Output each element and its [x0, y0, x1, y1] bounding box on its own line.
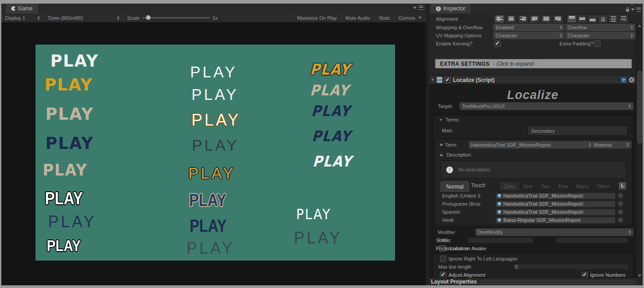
gizmos-button[interactable]: Gizmos	[394, 14, 426, 22]
plural-tab-few[interactable]: Few	[555, 182, 573, 190]
object-picker-icon[interactable]	[618, 210, 623, 214]
language-row: SpanishHandveticaTrial SDF_MissionReport	[435, 208, 632, 216]
display-dropdown-label: Display 1	[5, 15, 25, 21]
language-name: Hindi	[442, 217, 493, 223]
foldout-icon[interactable]: ▼	[431, 78, 435, 82]
align-flush-button[interactable]	[541, 15, 551, 23]
align-left-button[interactable]	[494, 15, 505, 23]
tab-normal[interactable]: Normal	[440, 181, 469, 192]
terms-foldout-icon[interactable]: ▼	[439, 118, 443, 122]
valign-capline-button[interactable]: AJ	[619, 15, 628, 23]
adjust-alignment-label: Adjust Alignment	[449, 272, 485, 278]
panel-menu-icon[interactable]	[419, 5, 423, 10]
panel-dropdown-icon[interactable]	[413, 7, 417, 9]
tab-game[interactable]: Game	[6, 4, 38, 14]
suffix-label: Suffix:	[436, 238, 449, 243]
lock-icon[interactable]	[626, 9, 629, 12]
material-dropdown[interactable]: Material	[591, 141, 632, 149]
resolution-dropdown[interactable]: Tizen (800x480)	[44, 14, 124, 22]
uv-dropdown-2[interactable]: Character	[565, 32, 636, 40]
mute-audio-button[interactable]: Mute Audio	[341, 14, 374, 22]
ignore-numbers-checkbox[interactable]: ✓	[582, 272, 588, 278]
align-justify-button[interactable]	[529, 15, 540, 23]
tab-main[interactable]: Main	[442, 128, 453, 133]
align-right-button[interactable]	[518, 15, 528, 23]
target-label: Target:	[438, 104, 453, 109]
play-text: PLAY	[312, 154, 353, 169]
inspector-scrollbar[interactable]	[636, 23, 642, 278]
gear-icon[interactable]	[629, 77, 635, 83]
tab-secondary-label: Secondary	[531, 128, 555, 134]
term-tabs-row: Normal Touch ZeroOneTwoFewManyOther L	[435, 181, 632, 191]
align-geometry-button[interactable]	[553, 15, 563, 23]
suffix-field[interactable]	[556, 237, 628, 243]
wrapping-label: Wrapping & Overflow	[436, 25, 483, 30]
valign-top-button[interactable]	[567, 15, 577, 23]
term-foldout-icon[interactable]: ▶	[440, 143, 443, 147]
language-l-button[interactable]: L	[618, 182, 626, 190]
kerning-label: Enable Kerning?	[436, 41, 472, 46]
font-object-field[interactable]: HandveticaTrial SDF_MissionReport	[495, 209, 616, 216]
display-dropdown[interactable]: Display 1	[1, 14, 44, 22]
help-icon[interactable]: ?	[621, 77, 626, 83]
ignore-rtl-checkbox[interactable]	[440, 256, 446, 262]
valign-bottom-button[interactable]	[588, 15, 597, 23]
play-text: PLAY	[310, 62, 351, 77]
scroll-down-icon[interactable]	[638, 274, 641, 277]
play-text: PLAY	[48, 214, 96, 230]
target-dropdown[interactable]: TextMeshPro UGUI	[459, 102, 634, 110]
extra-padding-checkbox[interactable]	[594, 40, 600, 47]
plural-tab-two[interactable]: Two	[537, 182, 554, 190]
play-text: PLAY	[310, 83, 350, 98]
font-object-field[interactable]: Baloo-Regular SDF_MissionReport	[495, 217, 616, 224]
layout-properties-bar[interactable]: Layout Properties	[429, 278, 636, 285]
plural-tab-zero[interactable]: Zero	[500, 182, 519, 190]
panel-divider[interactable]	[426, 4, 429, 285]
scrollbar-thumb[interactable]	[637, 71, 642, 144]
font-object-field[interactable]: HandveticaTrial SDF_MissionReport	[495, 193, 616, 199]
tab-secondary[interactable]: Secondary	[527, 126, 628, 136]
description-foldout-icon[interactable]: ▶	[440, 153, 443, 157]
plural-tab-other[interactable]: Other	[593, 182, 614, 190]
valign-baseline-button[interactable]: Aj	[598, 15, 608, 23]
object-picker-icon[interactable]	[618, 218, 623, 222]
play-text: PLAY	[45, 189, 83, 207]
prefix-field[interactable]	[467, 237, 533, 243]
inspector-menu-icon[interactable]	[636, 7, 641, 12]
adjust-alignment-checkbox[interactable]: ✓	[440, 272, 446, 278]
scale-slider[interactable]	[142, 17, 210, 18]
object-picker-icon[interactable]	[618, 194, 623, 198]
tab-touch[interactable]: Touch	[471, 182, 485, 189]
scale-slider-knob[interactable]	[146, 15, 151, 20]
kerning-checkbox[interactable]: ✓	[494, 40, 501, 47]
scroll-up-icon[interactable]	[638, 24, 641, 27]
wrapping-dropdown[interactable]: Enabled	[493, 23, 565, 32]
stats-button[interactable]: Stats	[374, 14, 394, 22]
object-picker-icon[interactable]	[618, 202, 623, 206]
component-enabled-checkbox[interactable]: ✓	[444, 77, 451, 83]
tab-inspector[interactable]: i Inspector	[431, 4, 471, 14]
valign-middle-button[interactable]	[577, 15, 587, 23]
inspector-dropdown-icon[interactable]	[631, 9, 635, 11]
extra-settings-bar[interactable]: EXTRA SETTINGS - Click to expand -	[435, 59, 632, 68]
play-text: PLAY	[43, 162, 88, 178]
maximize-on-play-button[interactable]: Maximize On Play	[293, 14, 341, 22]
font-object-field[interactable]: HandveticaTrial SDF_MissionReport	[495, 201, 616, 207]
modifier-dropdown[interactable]: DontModify	[475, 228, 634, 236]
maxline-field[interactable]	[513, 264, 629, 270]
gizmos-dropdown-icon[interactable]	[418, 17, 422, 19]
uv-value-1: Character	[496, 33, 517, 38]
uv-mapping-label: UV Mapping Options	[436, 33, 482, 38]
localize-component-header[interactable]: ▼ C# ✓ Localize (Script) ?	[429, 75, 636, 85]
plural-tab-many[interactable]: Many	[572, 182, 593, 190]
uv-dropdown-1[interactable]: Character	[493, 32, 565, 40]
game-tab-icon	[11, 6, 16, 11]
overflow-dropdown[interactable]: Overflow	[565, 23, 636, 32]
maximize-window-icon[interactable]: ▢	[631, 1, 635, 5]
valign-midline-button[interactable]: AJ	[608, 15, 618, 23]
tab-touch-label: Touch	[471, 182, 485, 189]
term-dropdown[interactable]: HandveticaTrial SDF_MissionReport	[468, 141, 594, 149]
align-center-button[interactable]	[506, 15, 516, 23]
plural-tab-one[interactable]: One	[519, 182, 537, 190]
close-window-icon[interactable]: ✕	[637, 1, 641, 5]
